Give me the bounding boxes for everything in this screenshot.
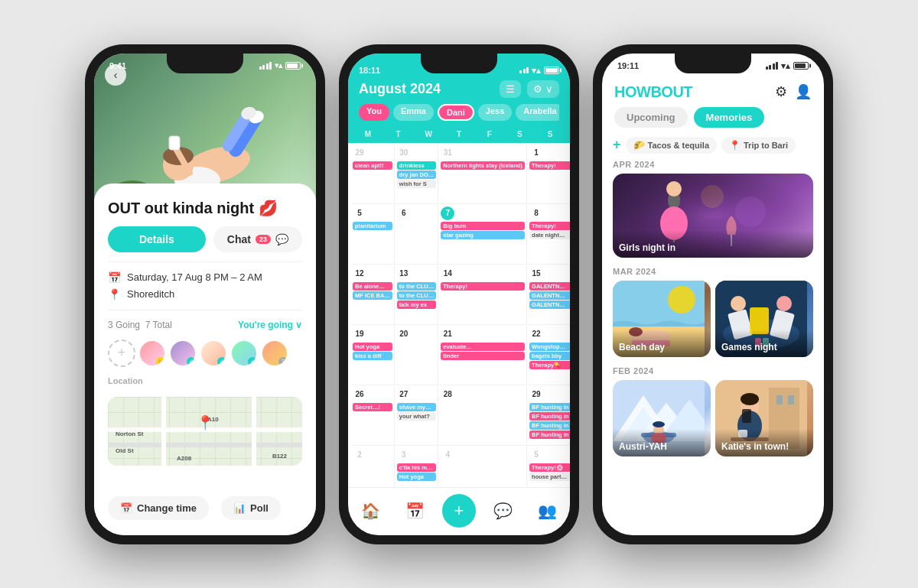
memory-girls-night[interactable]: Girls night in [613, 174, 813, 258]
cal-cell-14[interactable]: 14 Therapy! [439, 265, 527, 325]
going-row: 3 Going 7 Total You're going ∨ [108, 320, 302, 330]
mar-memory-grid: Beach day [613, 281, 813, 357]
memory-austria[interactable]: Austri-YAH [613, 380, 711, 456]
settings-icon[interactable]: ⚙ [775, 83, 787, 100]
cal-cell-26[interactable]: 26 Secret…! [351, 386, 395, 446]
cal-cell-21[interactable]: 21 evaluate… tinder [439, 326, 527, 385]
add-event-icon[interactable]: + [613, 137, 621, 153]
profile-icon[interactable]: 👤 [795, 83, 812, 100]
event-tag-tacos[interactable]: 🌮 Tacos & tequila [626, 137, 717, 154]
calendar-icon: 📅 [108, 271, 121, 284]
day-tue: T [383, 130, 414, 138]
chat-button[interactable]: Chat 23 💬 [213, 226, 302, 252]
austria-label: Austri-YAH [613, 429, 711, 456]
friend-jess[interactable]: Jess [478, 104, 512, 121]
cal-cell-sep5[interactable]: 5 Therapy!🌸 house part… [528, 447, 570, 487]
chat-nav-icon[interactable]: 💬 [486, 499, 520, 523]
map-section[interactable]: Norton St A10 Old St A208 B122 📍 [108, 397, 302, 466]
day-fri: F [474, 130, 505, 138]
battery-icon-3 [793, 62, 809, 70]
memories-scroll[interactable]: APR 2024 [602, 160, 824, 535]
avatar-3[interactable]: ✓ [200, 339, 227, 367]
cal-cell-22[interactable]: 22 Wongstop… bagels bby Therapy💊 [528, 326, 570, 385]
avatar-4[interactable]: ✓ [230, 339, 258, 367]
event-location: Shoreditch [127, 288, 174, 300]
cal-cell-29[interactable]: 29 clean apt!! [351, 145, 395, 204]
details-button[interactable]: Details [108, 226, 206, 252]
friends-filter-row: You Emma Dani Jess Arabella Ar [359, 104, 559, 121]
friend-dani[interactable]: Dani [438, 104, 474, 121]
cal-cell-sep3[interactable]: 3 c'lla his m… Hot yoga [396, 447, 438, 487]
cal-cell-19[interactable]: 19 Hot yoga kiss a diff [351, 326, 395, 385]
cal-cell-30[interactable]: 30 drinkless dry jan DO… wish for S [396, 145, 438, 204]
month-apr: APR 2024 [613, 160, 813, 258]
cal-cell-sep2[interactable]: 2 [351, 447, 395, 487]
check-icon-2: ✓ [187, 357, 196, 366]
calendar-body: 29 clean apt!! 30 drinkless dry jan DO… … [348, 143, 570, 487]
map-pin: 📍 [197, 414, 213, 431]
memory-games-night[interactable]: Games night [715, 281, 813, 357]
back-button[interactable]: ‹ [105, 64, 126, 86]
avatar-1[interactable]: 👑 [138, 339, 166, 367]
cal-cell-sep4[interactable]: 4 [439, 447, 527, 487]
event-tag-bari[interactable]: 📍 Trip to Bari [721, 137, 796, 154]
cal-cell-15[interactable]: 15 GALENTN… GALENTN… GALENTN… [528, 265, 570, 325]
friend-you[interactable]: You [359, 104, 389, 121]
home-nav-icon[interactable]: 🏠 [353, 499, 388, 523]
tab-memories[interactable]: Memories [694, 107, 765, 128]
cal-cell-5[interactable]: 5 planitarium [351, 205, 395, 265]
calendar-icons: ☰ ⚙ ∨ [500, 80, 559, 98]
day-mon: M [353, 130, 383, 138]
cal-cell-6[interactable]: 6 [396, 205, 438, 265]
change-time-button[interactable]: 📅 Change time [108, 496, 209, 520]
friend-arabella[interactable]: Arabella [516, 104, 559, 121]
cal-cell-27[interactable]: 27 shave my… your what? [396, 386, 438, 446]
feb-memory-grid: Austri-YAH [613, 380, 813, 456]
month-apr-label: APR 2024 [613, 160, 813, 169]
tacos-label: Tacos & tequila [648, 141, 709, 150]
poll-button[interactable]: 📊 Poll [221, 496, 281, 520]
cal-cell-31[interactable]: 31 Northern lights stay (Iceland) [439, 145, 527, 204]
memory-katies[interactable]: Katie's in town! [715, 380, 813, 456]
cal-cell-29b[interactable]: 29 BF hunting in Berlin🐻🍺 BF hunting in … [528, 386, 570, 446]
day-sat: S [505, 130, 536, 138]
wifi-icon-2: ▾▴ [532, 66, 541, 76]
poll-icon: 📊 [233, 502, 246, 514]
friends-nav-icon[interactable]: 👥 [530, 499, 565, 523]
month-mar-label: MAR 2024 [613, 267, 813, 276]
cal-cell-12[interactable]: 12 Be alone… MF ICE BA… [351, 265, 395, 325]
add-person-button[interactable]: + [108, 339, 135, 367]
cal-cell-1[interactable]: 1 Therapy! [528, 145, 570, 204]
beach-day-label: Beach day [613, 330, 711, 357]
cal-cell-8[interactable]: 8 Therapy! date night… [528, 205, 570, 265]
cal-cell-13[interactable]: 13 to the CLU… to the CLU… talk my ex [396, 265, 438, 325]
svg-rect-54 [742, 409, 751, 423]
tab-upcoming[interactable]: Upcoming [614, 107, 688, 128]
svg-rect-10 [169, 136, 180, 150]
add-event-button[interactable]: + [442, 494, 476, 528]
calendar-nav-icon[interactable]: 📅 [398, 499, 432, 523]
friend-emma[interactable]: Emma [393, 104, 434, 121]
avatar-5[interactable]: ? [261, 339, 288, 367]
svg-point-33 [731, 296, 746, 311]
settings-button[interactable]: ⚙ ∨ [527, 80, 559, 98]
apr-memory-grid: Girls night in [613, 174, 813, 258]
going-status[interactable]: You're going ∨ [238, 320, 302, 330]
location-row: 📍 Shoreditch [108, 288, 302, 300]
day-wed: W [413, 130, 444, 138]
events-bar: + 🌮 Tacos & tequila 📍 Trip to Bari [602, 134, 824, 160]
list-view-button[interactable]: ☰ [500, 80, 521, 98]
cal-cell-20[interactable]: 20 [396, 326, 438, 385]
date-row: 📅 Saturday, 17 Aug 8 PM – 2 AM [108, 271, 302, 284]
notch-3 [675, 54, 751, 73]
memory-beach-day[interactable]: Beach day [613, 281, 711, 357]
chat-label: Chat [227, 233, 251, 245]
q-icon: ? [278, 357, 288, 366]
svg-rect-49 [776, 395, 783, 404]
battery-icon-2 [544, 67, 559, 74]
avatars-row: + 👑 ✓ ✓ ✓ ? [108, 339, 302, 367]
cal-cell-7[interactable]: 7 Big bum star gazing [439, 205, 527, 265]
avatar-2[interactable]: ✓ [169, 339, 197, 367]
cal-cell-28[interactable]: 28 [439, 386, 527, 446]
signal-icon-1 [259, 62, 272, 70]
